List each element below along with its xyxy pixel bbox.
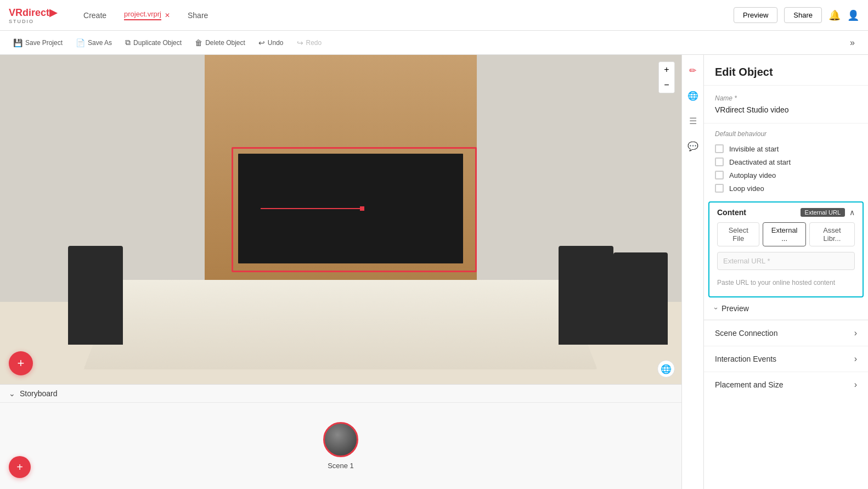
nav-create[interactable]: Create — [79, 9, 111, 22]
logo-vrdirect: VRdirect▶ STUDIO — [9, 7, 57, 24]
tv-selected-frame[interactable] — [232, 147, 477, 272]
zoom-controls: + − — [658, 61, 675, 93]
share-button[interactable]: Share — [784, 7, 822, 23]
interaction-events-section: Interaction Events › — [704, 346, 868, 372]
user-icon[interactable]: 👤 — [847, 9, 859, 21]
delete-object-button[interactable]: 🗑 Delete Object — [190, 36, 250, 49]
placement-size-chevron-icon: › — [854, 380, 857, 390]
edit-panel-header: Edit Object — [704, 55, 868, 86]
toolbar-right: » — [846, 38, 859, 48]
toolbar: 💾 Save Project 📄 Save As ⧉ Duplicate Obj… — [0, 31, 868, 55]
loop-video-item: Loop video — [715, 182, 857, 195]
external-url-badge: External URL — [801, 208, 845, 217]
placement-size-header[interactable]: Placement and Size › — [704, 372, 868, 397]
preview-section[interactable]: › Preview — [704, 297, 868, 320]
interaction-events-header[interactable]: Interaction Events › — [704, 346, 868, 372]
tv-screen — [238, 154, 463, 263]
list-icon[interactable]: ☰ — [684, 112, 702, 130]
zoom-out-button[interactable]: − — [659, 77, 674, 93]
storyboard-header[interactable]: ⌄ Storyboard — [0, 385, 681, 403]
storyboard-section: ⌄ Storyboard Scene 1 + — [0, 384, 681, 489]
invisible-at-start-checkbox[interactable] — [715, 144, 724, 153]
comment-icon[interactable]: 💬 — [684, 137, 702, 155]
scene-connection-header[interactable]: Scene Connection › — [704, 321, 868, 346]
conference-table — [83, 280, 598, 369]
pencil-icon[interactable]: ✏ — [684, 61, 702, 79]
undo-button[interactable]: ↩ Undo — [254, 36, 288, 49]
loop-video-checkbox[interactable] — [715, 184, 724, 193]
external-url-field: External URL * — [717, 252, 855, 270]
loop-video-label: Loop video — [729, 184, 764, 193]
nav-project-tab[interactable]: project.vrprj ✕ — [124, 10, 170, 20]
logo-text: VRdirect — [9, 7, 49, 18]
chair-left — [68, 246, 122, 345]
external-url-tab[interactable]: External ... — [763, 222, 806, 246]
interaction-events-title: Interaction Events — [715, 355, 776, 363]
top-nav: VRdirect▶ STUDIO Create project.vrprj ✕ … — [0, 0, 868, 31]
content-chevron-icon: ∧ — [849, 208, 855, 217]
placement-size-title: Placement and Size — [715, 380, 784, 389]
name-field-label: Name * — [715, 94, 857, 102]
collapse-arrow-icon[interactable]: » — [846, 36, 859, 49]
logo-studio: STUDIO — [9, 19, 57, 24]
edit-panel: Edit Object Name * VRdirect Studio video… — [703, 55, 868, 489]
bell-icon[interactable]: 🔔 — [828, 9, 841, 21]
chair-right — [559, 246, 613, 345]
preview-header: › Preview — [715, 304, 857, 313]
duplicate-label: Duplicate Object — [133, 39, 182, 47]
save-project-icon: 💾 — [13, 38, 22, 47]
scene-label: Scene 1 — [328, 462, 354, 470]
content-section-header[interactable]: Content External URL ∧ — [709, 203, 863, 222]
add-object-button[interactable]: + — [9, 351, 33, 375]
preview-section-title: Preview — [722, 304, 749, 313]
content-tabs: Select File External ... Asset Libr... — [709, 222, 863, 252]
scene-connection-title: Scene Connection — [715, 329, 777, 338]
invisible-at-start-label: Invisible at start — [729, 145, 779, 153]
checkbox-group: Invisible at start Deactivated at start … — [704, 140, 868, 197]
autoplay-video-checkbox[interactable] — [715, 171, 724, 179]
default-behaviour-section: Default behaviour Invisible at start Dea… — [704, 123, 868, 197]
storyboard-label: Storyboard — [20, 389, 57, 398]
save-project-button[interactable]: 💾 Save Project — [9, 36, 67, 49]
save-as-icon: 📄 — [76, 38, 85, 47]
add-scene-button[interactable]: + — [9, 456, 31, 478]
storyboard-chevron-icon: ⌄ — [9, 389, 15, 398]
close-tab-icon[interactable]: ✕ — [165, 12, 170, 19]
storyboard-content: Scene 1 + — [0, 403, 681, 489]
globe-button[interactable]: 🌐 — [657, 360, 675, 378]
autoplay-video-item: Autoplay video — [715, 168, 857, 182]
deactivated-at-start-checkbox[interactable] — [715, 158, 724, 166]
viewport[interactable]: + − 🌐 + — [0, 55, 681, 384]
name-field-value[interactable]: VRdirect Studio video — [715, 105, 857, 114]
main-layout: + − 🌐 + ⌄ Storyboard Scene 1 + — [0, 55, 868, 489]
scene-node-1[interactable]: Scene 1 — [323, 422, 358, 470]
globe-side-icon[interactable]: 🌐 — [684, 87, 702, 104]
asset-library-tab[interactable]: Asset Libr... — [809, 222, 855, 246]
redo-button[interactable]: ↪ Redo — [292, 36, 326, 49]
placement-size-section: Placement and Size › — [704, 372, 868, 397]
redo-icon: ↪ — [297, 38, 303, 47]
content-section: Content External URL ∧ Select File Exter… — [708, 201, 864, 297]
deactivated-at-start-item: Deactivated at start — [715, 155, 857, 168]
logo: VRdirect▶ STUDIO — [9, 7, 57, 24]
autoplay-video-label: Autoplay video — [729, 171, 776, 179]
interaction-events-chevron-icon: › — [854, 354, 857, 364]
preview-button[interactable]: Preview — [734, 7, 777, 23]
canvas-area: + − 🌐 + ⌄ Storyboard Scene 1 + — [0, 55, 681, 489]
duplicate-object-button[interactable]: ⧉ Duplicate Object — [121, 36, 186, 49]
scene-background — [0, 55, 681, 384]
default-behaviour-label: Default behaviour — [704, 123, 868, 140]
nav-share[interactable]: Share — [183, 9, 212, 22]
zoom-in-button[interactable]: + — [659, 62, 674, 77]
save-as-button[interactable]: 📄 Save As — [71, 36, 116, 49]
content-section-title: Content — [717, 208, 746, 217]
save-as-label: Save As — [88, 39, 112, 47]
duplicate-icon: ⧉ — [125, 38, 131, 47]
select-file-tab[interactable]: Select File — [717, 222, 759, 246]
scene-thumbnail — [323, 422, 358, 457]
invisible-at-start-item: Invisible at start — [715, 142, 857, 155]
edit-panel-title: Edit Object — [715, 66, 773, 78]
redo-label: Redo — [306, 39, 322, 47]
url-field-label: External URL * — [723, 257, 770, 265]
delete-label: Delete Object — [205, 39, 245, 47]
